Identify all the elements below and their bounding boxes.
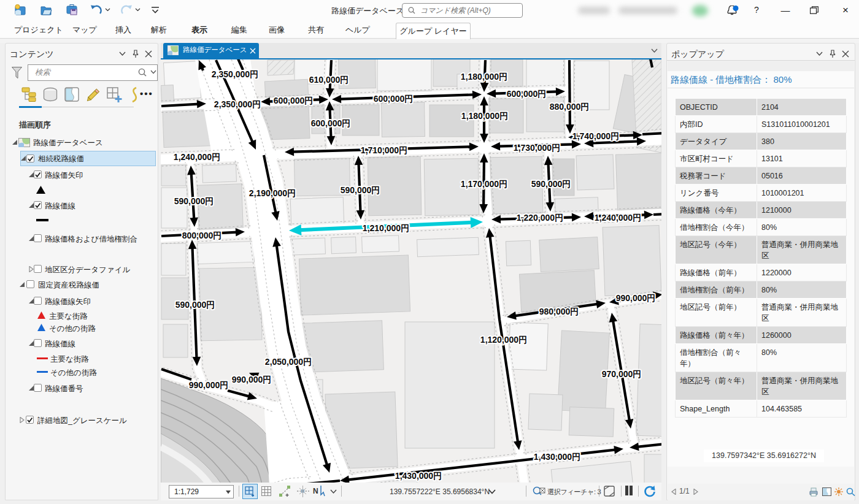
svg-text:590,000円: 590,000円 [341,185,380,195]
svg-text:600,000円: 600,000円 [274,96,314,105]
svg-text:880,000円: 880,000円 [550,102,590,112]
svg-text:590,000円: 590,000円 [175,300,215,310]
svg-text:590,000円: 590,000円 [174,196,214,206]
svg-text:990,000円: 990,000円 [189,380,229,390]
svg-text:1,120,000円: 1,120,000円 [480,335,527,345]
svg-text:1,240,000円: 1,240,000円 [174,152,220,162]
svg-text:980,000円: 980,000円 [539,307,579,316]
svg-text:1,180,000円: 1,180,000円 [461,72,507,82]
svg-text:1,430,000円: 1,430,000円 [395,471,442,481]
svg-text:600,000円: 600,000円 [374,94,414,104]
svg-text:1,730,000円: 1,730,000円 [514,143,560,153]
svg-text:990,000円: 990,000円 [232,375,272,384]
svg-text:1,710,000円: 1,710,000円 [361,145,407,155]
svg-text:990,000円: 990,000円 [616,293,656,303]
svg-text:600,000円: 600,000円 [507,89,547,99]
svg-text:N: N [313,487,318,495]
svg-text:2,350,000円: 2,350,000円 [214,99,261,109]
svg-text:1,180,000円: 1,180,000円 [461,111,508,121]
svg-text:1,210,000円: 1,210,000円 [363,223,409,233]
svg-text:610,000円: 610,000円 [309,75,349,85]
svg-text:970,000円: 970,000円 [602,369,642,379]
svg-text:590,000円: 590,000円 [531,179,571,189]
svg-text:800,000円: 800,000円 [182,231,222,240]
svg-text:1,220,000円: 1,220,000円 [517,213,563,223]
svg-text:2,350,000円: 2,350,000円 [212,69,258,79]
svg-text:600,000円: 600,000円 [311,118,351,128]
svg-text:2,050,000円: 2,050,000円 [265,357,312,367]
svg-text:1,170,000円: 1,170,000円 [461,179,507,189]
svg-text:1,240,000円: 1,240,000円 [595,213,641,223]
svg-text:1,740,000円: 1,740,000円 [572,131,619,141]
svg-text:1,430,000円: 1,430,000円 [534,452,580,462]
svg-text:2,190,000円: 2,190,000円 [249,188,296,198]
